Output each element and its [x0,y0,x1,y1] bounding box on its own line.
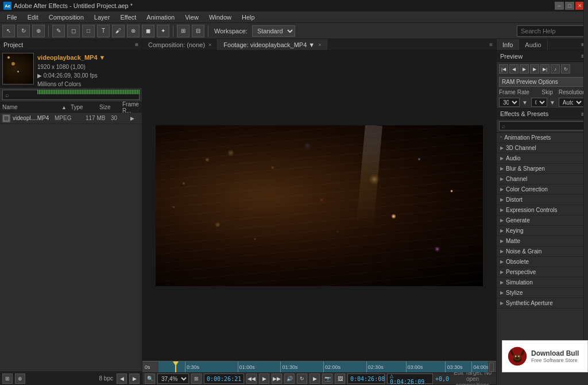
menu-composition[interactable]: Composition [44,11,88,22]
effect-audio[interactable]: ▶ Audio [497,153,588,164]
resolution-select[interactable]: Auto [559,98,584,107]
ruler-track[interactable]: 0:30s 01:00s 01:30s 02:00s 02:30s 03:00s… [158,361,488,372]
effect-synthetic-aperture[interactable]: ▶ Synthetic Aperture [497,298,588,309]
menu-edit[interactable]: Edit [23,11,43,22]
frame-rate-select[interactable]: 30 [499,98,520,107]
effect-stylize[interactable]: ▶ Stylize [497,288,588,298]
menu-window[interactable]: Window [204,11,236,22]
prev-audio-btn[interactable]: ♪ [551,64,560,74]
project-thumbnail [2,53,34,84]
tool-paint[interactable]: 🖌 [112,25,125,37]
timeline-ruler[interactable]: 0s 0:30s 01:00s 01:30s 02:00s 02:30s 03:… [142,361,496,372]
minimize-button[interactable]: – [555,2,564,10]
prev-play-btn[interactable]: ▶ [520,64,529,74]
frame-fwd-btn[interactable]: ▶▶ [272,374,282,384]
tool-eraser[interactable]: ◼ [142,25,154,37]
new-folder-button[interactable]: ⊞ [2,374,13,384]
magnify-button[interactable]: 🔍 [145,374,155,384]
effect-animation-presets[interactable]: * Animation Presets [497,133,588,143]
tool-text[interactable]: T [97,25,110,37]
composition-tab-close[interactable]: × [208,42,211,48]
snapshot-btn[interactable]: 📷 [322,374,332,384]
tool-camera[interactable]: ⊕ [32,25,45,37]
info-tab[interactable]: Info [497,39,519,50]
effects-search-input[interactable] [499,121,586,130]
tool-rotate[interactable]: ↻ [17,25,30,37]
grid-button[interactable]: ⊟ [192,25,204,37]
effect-matte[interactable]: ▶ Matte [497,236,588,247]
preview-label: Preview [500,53,523,60]
effect-noise-grain[interactable]: ▶ Noise & Grain [497,247,588,257]
time-display-current[interactable]: 0:00:26:21 [204,374,244,384]
ram-preview-btn[interactable]: ▶ [310,374,320,384]
download-bull-overlay[interactable]: Download Bull Free Software Store [502,340,588,372]
effects-label: Effects & Presets [500,110,548,117]
audio-btn[interactable]: 🔊 [284,374,295,384]
menu-file[interactable]: File [2,11,22,22]
preview-controls: |◀ ◀ ▶ ▶ ▶| ♪ ↻ [497,62,588,76]
prev-loop-btn[interactable]: ↻ [561,64,570,74]
menu-view[interactable]: View [180,11,203,22]
effect-color-correction[interactable]: ▶ Color Correction [497,184,588,195]
effect-obsolete[interactable]: ▶ Obsolete [497,257,588,267]
tool-puppet[interactable]: ✦ [157,25,169,37]
skip-select[interactable]: 0 [531,98,547,107]
project-filename: videoplayback_MP4 ▼ [37,53,140,63]
next-button[interactable]: ▶ [129,374,140,384]
tool-select[interactable]: ↖ [2,25,15,37]
effect-simulation[interactable]: ▶ Simulation [497,278,588,288]
prev-back-btn[interactable]: ◀ [509,64,519,74]
audio-tab[interactable]: Audio [519,39,547,50]
tool-stamp[interactable]: ⊗ [127,25,140,37]
project-resolution: 1920 x 1080 (1,00) [37,63,140,71]
effect-keying[interactable]: ▶ Keying [497,226,588,236]
effect-generate[interactable]: ▶ Generate [497,215,588,226]
prev-last-btn[interactable]: ▶| [540,64,550,74]
ruler-end-btn[interactable] [489,363,494,372]
file-icon [2,114,10,122]
restore-button[interactable]: □ [565,2,574,10]
menu-help[interactable]: Help [237,11,260,22]
search-help-input[interactable] [517,25,586,37]
effect-blur-sharpen[interactable]: ▶ Blur & Sharpen [497,164,588,174]
playhead[interactable] [175,361,176,372]
footage-tab-close[interactable]: × [318,42,321,48]
menu-effect[interactable]: Effect [115,11,141,22]
zoom-select[interactable]: 37,4% [157,374,189,384]
project-fps: ▶ 0:04:26:09, 30,00 fps [37,71,140,80]
effect-distort[interactable]: ▶ Distort [497,195,588,205]
new-composition-button[interactable]: ⊕ [15,374,25,384]
timeline-scrollbar[interactable] [583,0,588,372]
workspace-select[interactable]: Standard [252,25,295,37]
prev-button[interactable]: ◀ [117,374,127,384]
show-snapshot-btn[interactable]: 🖼 [335,374,345,384]
right-panel: Info Audio ≡ Preview ≡ |◀ ◀ ▶ ▶ ▶| ♪ ↻ R… [496,39,588,385]
skip-label: Skip [541,89,552,95]
prev-fwd-btn[interactable]: ▶ [530,64,539,74]
effect-expression-controls[interactable]: ▶ Expression Controls [497,205,588,215]
preview-header: Preview ≡ [497,51,588,62]
tool-pen[interactable]: ✎ [52,25,65,37]
play-btn[interactable]: ▶ [259,374,269,384]
tool-shape[interactable]: □ [82,25,95,37]
effect-channel[interactable]: ▶ Channel [497,174,588,184]
menu-layer[interactable]: Layer [90,11,115,22]
file-type: MPEG [55,115,83,121]
tool-mask[interactable]: ◻ [67,25,80,37]
prev-first-btn[interactable]: |◀ [499,64,508,74]
effect-perspective[interactable]: ▶ Perspective [497,267,588,278]
loop-btn[interactable]: ↻ [297,374,307,384]
title-safe-button[interactable]: ⊞ [191,374,202,384]
menu-animation[interactable]: Animation [142,11,179,22]
snap-button[interactable]: ⊞ [177,25,189,37]
project-panel-menu-button[interactable]: ≡ [135,41,138,48]
footage-tab[interactable]: Footage: videoplayback_MP4 ▼ × [218,39,327,50]
frame-back-btn[interactable]: ◀◀ [246,374,257,384]
composition-tab[interactable]: Composition: (none) × [142,39,218,50]
ram-preview-options-btn[interactable]: RAM Preview Options [499,77,586,87]
playhead-marker [173,361,179,366]
title-bar: Ae Adobe After Effects - Untitled Projec… [0,0,588,11]
effect-3d-channel[interactable]: ▶ 3D Channel [497,143,588,153]
panel-tab-menu-button[interactable]: ≡ [486,41,496,48]
project-file-item[interactable]: videopl....MP4 MPEG 117 MB 30 ▶ [0,113,142,124]
